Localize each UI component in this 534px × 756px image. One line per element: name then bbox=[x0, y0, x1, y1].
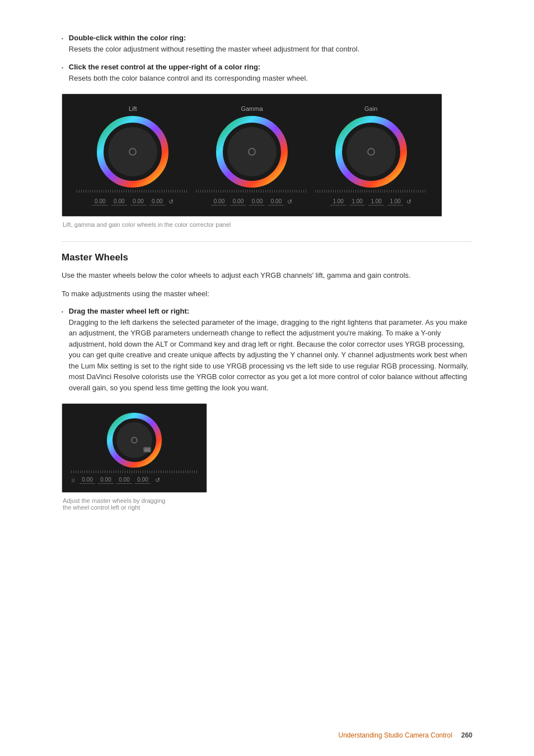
drag-bullet-title: Drag the master wheel left or right: bbox=[69, 307, 472, 315]
bullet-text-1: Resets the color adjustment without rese… bbox=[69, 44, 472, 55]
master-wheels-intro: Use the master wheels below the color wh… bbox=[62, 270, 472, 282]
small-wheel-inner: ≡ 0.00 0.00 0.00 0.00 ↺ bbox=[71, 412, 198, 484]
color-wheels-caption: Lift, gamma and gain color wheels in the… bbox=[63, 221, 472, 228]
lift-wheel-container: Lift bbox=[77, 105, 189, 206]
small-val-y: 0.00 bbox=[79, 477, 95, 484]
small-wheel-panel: ≡ 0.00 0.00 0.00 0.00 ↺ bbox=[62, 403, 207, 493]
small-val-r: 0.00 bbox=[98, 477, 114, 484]
svg-point-10 bbox=[116, 422, 152, 458]
drag-bullet-content: Drag the master wheel left or right: Dra… bbox=[69, 307, 472, 394]
lift-val-b: 0.00 bbox=[149, 198, 165, 206]
drag-bullet-text: Dragging to the left darkens the selecte… bbox=[69, 317, 472, 394]
top-bullets: • Double-click within the color ring: Re… bbox=[62, 34, 472, 83]
gamma-label: Gamma bbox=[241, 105, 263, 112]
small-wheel-track[interactable] bbox=[71, 470, 198, 473]
lift-val-y: 0.00 bbox=[92, 198, 108, 206]
small-wheel-circle bbox=[106, 412, 162, 468]
master-wheels-instruction: To make adjustments using the master whe… bbox=[62, 288, 472, 300]
lift-val-g: 0.00 bbox=[130, 198, 146, 206]
gamma-val-y: 0.00 bbox=[211, 198, 227, 206]
gamma-values: 0.00 0.00 0.00 0.00 ↺ bbox=[211, 198, 292, 206]
lift-reset-icon[interactable]: ↺ bbox=[168, 198, 174, 206]
gain-val-b: 1.00 bbox=[387, 198, 403, 206]
lift-label: Lift bbox=[129, 105, 137, 112]
svg-point-1 bbox=[108, 127, 157, 176]
lift-values: 0.00 0.00 0.00 0.00 ↺ bbox=[92, 198, 174, 206]
gain-values: 1.00 1.00 1.00 1.00 ↺ bbox=[330, 198, 411, 206]
gamma-val-r: 0.00 bbox=[230, 198, 246, 206]
bullet-title-1: Double-click within the color ring: bbox=[69, 34, 472, 42]
bullet-content-1: Double-click within the color ring: Rese… bbox=[69, 34, 472, 55]
gain-wheel-container: Gain bbox=[315, 105, 427, 206]
bullet-dot-1: • bbox=[62, 36, 63, 41]
gain-label: Gain bbox=[364, 105, 377, 112]
gain-val-r: 1.00 bbox=[349, 198, 365, 206]
master-wheel-bullets: • Drag the master wheel left or right: D… bbox=[62, 307, 472, 394]
page-number: 260 bbox=[461, 731, 472, 739]
gamma-val-b: 0.00 bbox=[268, 198, 284, 206]
page-footer: Understanding Studio Camera Control 260 bbox=[339, 731, 472, 739]
svg-point-7 bbox=[346, 127, 396, 176]
bullet-content-2: Click the reset control at the upper-rig… bbox=[69, 63, 472, 84]
hamburger-icon[interactable]: ≡ bbox=[71, 477, 75, 484]
color-wheels-panel: Lift bbox=[62, 94, 442, 217]
gamma-val-g: 0.00 bbox=[249, 198, 265, 206]
footer-link[interactable]: Understanding Studio Camera Control bbox=[339, 731, 452, 739]
gain-wheel-circle bbox=[335, 115, 407, 188]
bullet-item-1: • Double-click within the color ring: Re… bbox=[62, 34, 472, 55]
small-wheel-controls: ≡ 0.00 0.00 0.00 0.00 ↺ bbox=[71, 477, 198, 484]
small-wheel-caption: Adjust the master wheels by dragging the… bbox=[63, 497, 472, 511]
svg-point-4 bbox=[227, 127, 277, 176]
gamma-reset-icon[interactable]: ↺ bbox=[287, 198, 292, 206]
gain-val-y: 1.00 bbox=[330, 198, 346, 206]
gain-slider-track[interactable] bbox=[315, 190, 427, 193]
bullet-text-2: Resets both the color balance control an… bbox=[69, 73, 472, 84]
small-wheel-values: 0.00 0.00 0.00 0.00 bbox=[79, 477, 151, 484]
lift-val-r: 0.00 bbox=[111, 198, 127, 206]
bullet-title-2: Click the reset control at the upper-rig… bbox=[69, 63, 472, 71]
gamma-wheel-container: Gamma bbox=[196, 105, 308, 206]
bullet-item-2: • Click the reset control at the upper-r… bbox=[62, 63, 472, 84]
small-val-g: 0.00 bbox=[116, 477, 132, 484]
bullet-dot-2: • bbox=[62, 65, 63, 70]
master-wheels-heading: Master Wheels bbox=[62, 241, 472, 263]
small-wheel-reset-icon[interactable]: ↺ bbox=[155, 477, 160, 484]
drag-bullet-dot: • bbox=[62, 309, 63, 314]
drag-bullet-item: • Drag the master wheel left or right: D… bbox=[62, 307, 472, 394]
gain-val-g: 1.00 bbox=[368, 198, 384, 206]
gamma-slider-track[interactable] bbox=[196, 190, 308, 193]
lift-slider-track[interactable] bbox=[77, 190, 189, 193]
gamma-wheel-circle bbox=[216, 115, 288, 188]
small-val-b: 0.00 bbox=[135, 477, 151, 484]
lift-wheel-circle bbox=[96, 115, 169, 188]
gain-reset-icon[interactable]: ↺ bbox=[406, 198, 411, 206]
svg-rect-12 bbox=[143, 447, 151, 452]
